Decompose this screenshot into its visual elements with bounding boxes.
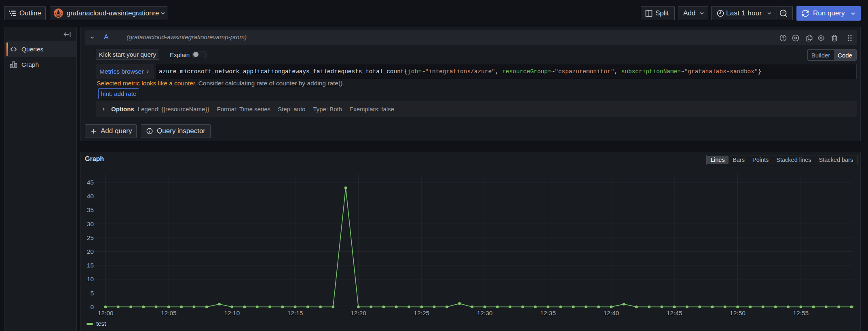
svg-text:5: 5 bbox=[90, 290, 94, 297]
svg-text:15: 15 bbox=[87, 262, 94, 269]
svg-text:12:35: 12:35 bbox=[540, 310, 556, 316]
svg-text:20: 20 bbox=[87, 248, 94, 255]
svg-text:12:10: 12:10 bbox=[224, 310, 240, 316]
svg-text:12:45: 12:45 bbox=[667, 310, 682, 316]
svg-text:45: 45 bbox=[87, 179, 94, 186]
svg-text:25: 25 bbox=[87, 234, 94, 241]
svg-text:12:25: 12:25 bbox=[414, 310, 429, 316]
svg-text:12:05: 12:05 bbox=[161, 310, 177, 316]
svg-text:30: 30 bbox=[87, 221, 94, 227]
svg-text:12:50: 12:50 bbox=[730, 310, 746, 316]
svg-text:35: 35 bbox=[87, 206, 94, 213]
svg-text:12:20: 12:20 bbox=[351, 310, 366, 316]
svg-text:12:00: 12:00 bbox=[98, 310, 114, 316]
svg-text:12:40: 12:40 bbox=[603, 310, 619, 316]
svg-text:12:30: 12:30 bbox=[477, 310, 493, 316]
svg-text:0: 0 bbox=[90, 303, 94, 310]
svg-text:10: 10 bbox=[87, 276, 94, 282]
svg-text:test: test bbox=[96, 320, 106, 327]
svg-text:12:15: 12:15 bbox=[287, 310, 303, 316]
svg-text:12:55: 12:55 bbox=[793, 310, 809, 316]
svg-text:40: 40 bbox=[87, 193, 94, 199]
